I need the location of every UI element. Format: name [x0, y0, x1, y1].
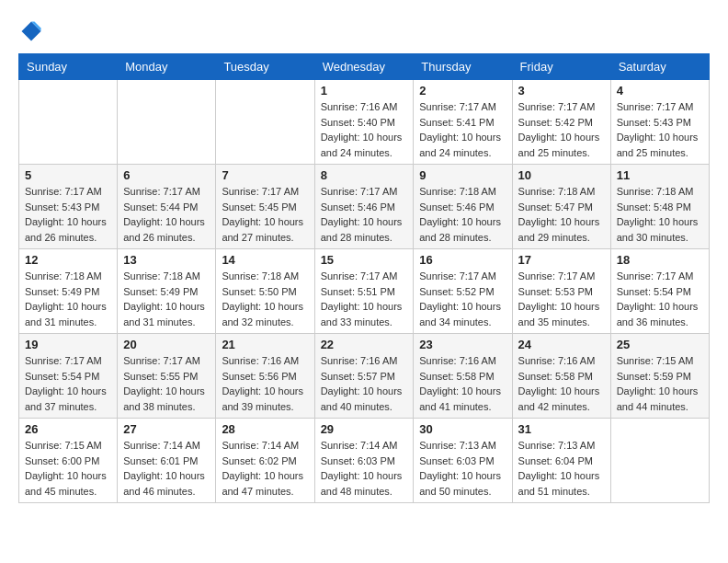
- day-info: Sunrise: 7:16 AMSunset: 5:58 PMDaylight:…: [419, 353, 506, 414]
- calendar-cell: [216, 80, 314, 165]
- day-number: 14: [222, 253, 308, 267]
- calendar-week-1: 5Sunrise: 7:17 AMSunset: 5:43 PMDaylight…: [19, 165, 710, 249]
- day-info: Sunrise: 7:17 AMSunset: 5:54 PMDaylight:…: [617, 269, 703, 329]
- day-number: 31: [518, 422, 605, 436]
- calendar-cell: 17Sunrise: 7:17 AMSunset: 5:53 PMDayligh…: [512, 249, 610, 334]
- day-number: 13: [123, 253, 210, 267]
- calendar-cell: 22Sunrise: 7:16 AMSunset: 5:57 PMDayligh…: [314, 334, 414, 419]
- day-info: Sunrise: 7:17 AMSunset: 5:41 PMDaylight:…: [419, 99, 506, 160]
- day-info: Sunrise: 7:17 AMSunset: 5:46 PMDaylight:…: [321, 184, 408, 245]
- day-info: Sunrise: 7:17 AMSunset: 5:44 PMDaylight:…: [123, 184, 210, 245]
- svg-marker-0: [22, 22, 41, 41]
- day-number: 27: [123, 422, 210, 436]
- day-info: Sunrise: 7:16 AMSunset: 5:58 PMDaylight:…: [518, 353, 605, 414]
- day-info: Sunrise: 7:14 AMSunset: 6:03 PMDaylight:…: [321, 438, 408, 499]
- calendar-cell: 6Sunrise: 7:17 AMSunset: 5:44 PMDaylight…: [118, 165, 216, 249]
- header-sunday: Sunday: [19, 54, 118, 80]
- page-header: [18, 18, 710, 44]
- calendar-cell: 8Sunrise: 7:17 AMSunset: 5:46 PMDaylight…: [314, 165, 414, 249]
- day-number: 3: [518, 84, 605, 98]
- day-info: Sunrise: 7:18 AMSunset: 5:49 PMDaylight:…: [25, 269, 111, 329]
- day-number: 18: [617, 253, 703, 267]
- day-info: Sunrise: 7:17 AMSunset: 5:54 PMDaylight:…: [25, 353, 111, 414]
- calendar-cell: 7Sunrise: 7:17 AMSunset: 5:45 PMDaylight…: [216, 165, 314, 249]
- day-number: 15: [321, 253, 408, 267]
- header-tuesday: Tuesday: [216, 54, 314, 80]
- calendar-week-0: 1Sunrise: 7:16 AMSunset: 5:40 PMDaylight…: [19, 80, 710, 165]
- calendar-cell: 13Sunrise: 7:18 AMSunset: 5:49 PMDayligh…: [118, 249, 216, 334]
- calendar-cell: [19, 80, 118, 165]
- day-number: 19: [25, 338, 111, 351]
- calendar-cell: 16Sunrise: 7:17 AMSunset: 5:52 PMDayligh…: [414, 249, 512, 334]
- calendar-cell: 20Sunrise: 7:17 AMSunset: 5:55 PMDayligh…: [118, 334, 216, 419]
- calendar-cell: 23Sunrise: 7:16 AMSunset: 5:58 PMDayligh…: [414, 334, 512, 419]
- calendar-cell: 9Sunrise: 7:18 AMSunset: 5:46 PMDaylight…: [414, 165, 512, 249]
- calendar-cell: 3Sunrise: 7:17 AMSunset: 5:42 PMDaylight…: [512, 80, 610, 165]
- day-info: Sunrise: 7:18 AMSunset: 5:50 PMDaylight:…: [222, 269, 308, 329]
- logo-icon: [18, 18, 44, 44]
- day-info: Sunrise: 7:14 AMSunset: 6:02 PMDaylight:…: [222, 438, 308, 499]
- calendar-cell: 14Sunrise: 7:18 AMSunset: 5:50 PMDayligh…: [216, 249, 314, 334]
- calendar-cell: 21Sunrise: 7:16 AMSunset: 5:56 PMDayligh…: [216, 334, 314, 419]
- day-info: Sunrise: 7:16 AMSunset: 5:40 PMDaylight:…: [321, 99, 408, 160]
- day-info: Sunrise: 7:17 AMSunset: 5:45 PMDaylight:…: [222, 184, 308, 245]
- day-info: Sunrise: 7:17 AMSunset: 5:53 PMDaylight:…: [518, 269, 605, 329]
- day-number: 29: [321, 422, 408, 436]
- day-info: Sunrise: 7:13 AMSunset: 6:03 PMDaylight:…: [419, 438, 506, 499]
- day-info: Sunrise: 7:14 AMSunset: 6:01 PMDaylight:…: [123, 438, 210, 499]
- logo: [18, 18, 48, 44]
- day-number: 23: [419, 338, 506, 351]
- day-number: 4: [617, 84, 703, 98]
- day-number: 26: [25, 422, 111, 436]
- day-info: Sunrise: 7:17 AMSunset: 5:43 PMDaylight:…: [25, 184, 111, 245]
- day-number: 1: [321, 84, 408, 98]
- calendar-cell: 25Sunrise: 7:15 AMSunset: 5:59 PMDayligh…: [610, 334, 709, 419]
- header-thursday: Thursday: [414, 54, 512, 80]
- day-number: 10: [518, 168, 605, 182]
- header-saturday: Saturday: [610, 54, 709, 80]
- day-number: 17: [518, 253, 605, 267]
- calendar-cell: 31Sunrise: 7:13 AMSunset: 6:04 PMDayligh…: [512, 419, 610, 503]
- day-number: 28: [222, 422, 308, 436]
- calendar-cell: 2Sunrise: 7:17 AMSunset: 5:41 PMDaylight…: [414, 80, 512, 165]
- day-info: Sunrise: 7:18 AMSunset: 5:46 PMDaylight:…: [419, 184, 506, 245]
- day-info: Sunrise: 7:18 AMSunset: 5:47 PMDaylight:…: [518, 184, 605, 245]
- calendar-cell: 1Sunrise: 7:16 AMSunset: 5:40 PMDaylight…: [314, 80, 414, 165]
- calendar-table: SundayMondayTuesdayWednesdayThursdayFrid…: [18, 53, 710, 503]
- day-number: 7: [222, 168, 308, 182]
- day-number: 30: [419, 422, 506, 436]
- header-wednesday: Wednesday: [314, 54, 414, 80]
- calendar-cell: 24Sunrise: 7:16 AMSunset: 5:58 PMDayligh…: [512, 334, 610, 419]
- day-number: 5: [25, 168, 111, 182]
- calendar-week-4: 26Sunrise: 7:15 AMSunset: 6:00 PMDayligh…: [19, 419, 710, 503]
- day-number: 16: [419, 253, 506, 267]
- day-info: Sunrise: 7:16 AMSunset: 5:57 PMDaylight:…: [321, 353, 408, 414]
- day-info: Sunrise: 7:17 AMSunset: 5:42 PMDaylight:…: [518, 99, 605, 160]
- calendar-cell: 4Sunrise: 7:17 AMSunset: 5:43 PMDaylight…: [610, 80, 709, 165]
- calendar-cell: [610, 419, 709, 503]
- day-number: 20: [123, 338, 210, 351]
- day-info: Sunrise: 7:15 AMSunset: 6:00 PMDaylight:…: [25, 438, 111, 499]
- day-number: 8: [321, 168, 408, 182]
- calendar-week-2: 12Sunrise: 7:18 AMSunset: 5:49 PMDayligh…: [19, 249, 710, 334]
- calendar-cell: 18Sunrise: 7:17 AMSunset: 5:54 PMDayligh…: [610, 249, 709, 334]
- calendar-week-3: 19Sunrise: 7:17 AMSunset: 5:54 PMDayligh…: [19, 334, 710, 419]
- header-monday: Monday: [118, 54, 216, 80]
- calendar-cell: 26Sunrise: 7:15 AMSunset: 6:00 PMDayligh…: [19, 419, 118, 503]
- day-number: 21: [222, 338, 308, 351]
- calendar-cell: 11Sunrise: 7:18 AMSunset: 5:48 PMDayligh…: [610, 165, 709, 249]
- day-number: 22: [321, 338, 408, 351]
- calendar-cell: 19Sunrise: 7:17 AMSunset: 5:54 PMDayligh…: [19, 334, 118, 419]
- header-friday: Friday: [512, 54, 610, 80]
- day-info: Sunrise: 7:15 AMSunset: 5:59 PMDaylight:…: [617, 353, 703, 414]
- day-number: 6: [123, 168, 210, 182]
- calendar-cell: 29Sunrise: 7:14 AMSunset: 6:03 PMDayligh…: [314, 419, 414, 503]
- calendar-cell: 5Sunrise: 7:17 AMSunset: 5:43 PMDaylight…: [19, 165, 118, 249]
- day-number: 24: [518, 338, 605, 351]
- day-info: Sunrise: 7:17 AMSunset: 5:55 PMDaylight:…: [123, 353, 210, 414]
- calendar-cell: 30Sunrise: 7:13 AMSunset: 6:03 PMDayligh…: [414, 419, 512, 503]
- calendar-cell: 12Sunrise: 7:18 AMSunset: 5:49 PMDayligh…: [19, 249, 118, 334]
- day-info: Sunrise: 7:13 AMSunset: 6:04 PMDaylight:…: [518, 438, 605, 499]
- day-info: Sunrise: 7:18 AMSunset: 5:48 PMDaylight:…: [617, 184, 703, 245]
- day-number: 25: [617, 338, 703, 351]
